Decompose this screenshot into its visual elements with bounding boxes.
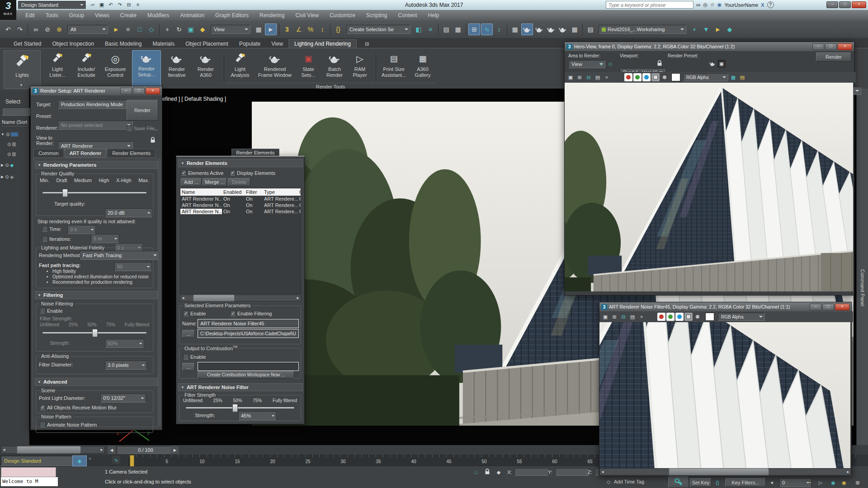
bind-to-space-warp-icon[interactable]: ⊕: [54, 24, 65, 35]
ribbon-button-state-sets[interactable]: ▣ StateSets...: [297, 51, 320, 78]
animate-noise-checkbox[interactable]: [40, 422, 46, 427]
tree-row[interactable]: ⊙: [1, 139, 28, 149]
named-selection-sets-dropdown[interactable]: Create Selection Se: [346, 25, 410, 34]
filter-diameter-spinner[interactable]: 3.0 pixels: [105, 361, 147, 370]
selection-lock-region-icon[interactable]: □: [472, 468, 480, 476]
material-editor-icon[interactable]: ▦: [509, 24, 520, 35]
close-icon[interactable]: ×: [838, 43, 852, 50]
viewport-layout-icon[interactable]: ⊞: [854, 479, 862, 487]
align-icon[interactable]: ≡: [425, 24, 436, 35]
hero-window-titlebar[interactable]: 3 Hero-View, frame 0, Display Gamma: 2.2…: [565, 42, 854, 51]
menu-scripting[interactable]: Scripting: [361, 11, 393, 19]
redo-icon[interactable]: ↷: [116, 0, 124, 9]
curve-editor-icon[interactable]: ∿: [481, 23, 493, 35]
add-time-tag[interactable]: Add Time Tag: [614, 479, 644, 484]
auto-region-icon[interactable]: □: [597, 60, 605, 68]
redo-icon[interactable]: ↷: [14, 24, 25, 35]
qat-menu-icon[interactable]: ≡: [134, 0, 142, 9]
hero-rendered-image[interactable]: [565, 83, 853, 291]
minimize-icon[interactable]: –: [120, 88, 132, 94]
print-image-icon[interactable]: ▤: [594, 73, 602, 81]
copy-image-icon[interactable]: ⊞: [576, 73, 584, 81]
lights-panel-expand-icon[interactable]: ▼: [19, 83, 23, 87]
create-combustion-workspace-button[interactable]: Create Combustion Workspace Now ...: [198, 371, 294, 379]
username-menu[interactable]: YourUserName: [724, 2, 758, 8]
document-pick-icon[interactable]: ►: [712, 24, 723, 35]
key-filters-button[interactable]: Key Filters...: [725, 478, 766, 487]
scene-explorer-search-input[interactable]: [2, 108, 32, 116]
ribbon-button-render-a360[interactable]: RenderA360: [192, 51, 220, 78]
select-object-icon[interactable]: ►: [111, 24, 122, 35]
preset-dropdown[interactable]: No preset selected: [58, 121, 133, 130]
save-file-browse-button[interactable]: ...: [154, 126, 158, 131]
clone-window-icon[interactable]: ⊟: [585, 73, 593, 81]
rectangular-selection-region-icon[interactable]: □: [134, 24, 145, 35]
cell-name[interactable]: ART Renderer N...: [180, 202, 222, 208]
blue-channel-icon[interactable]: [642, 73, 651, 81]
maxscript-mini-listener-pink[interactable]: [1, 467, 56, 477]
save-file-icon[interactable]: ▣: [98, 0, 106, 9]
save-image-icon[interactable]: ▣: [566, 73, 575, 81]
green-channel-icon[interactable]: [666, 313, 675, 321]
cell-output[interactable]: C:\: [298, 196, 301, 202]
ribbon-button-light-lister[interactable]: LightLister...: [43, 51, 71, 78]
menu-group[interactable]: Group: [64, 11, 90, 19]
time-configuration-clock-icon[interactable]: ◔: [806, 479, 814, 487]
help-icon[interactable]: ?: [767, 1, 774, 8]
region-edit-icon[interactable]: ◇: [606, 60, 614, 68]
next-frame-icon[interactable]: ►: [171, 446, 179, 454]
color-swatch[interactable]: [705, 313, 714, 321]
noise-filter-strength-slider[interactable]: [186, 407, 294, 408]
time-hours-spinner[interactable]: 0 h: [67, 225, 96, 234]
ribbon-button-render-iterative[interactable]: RenderIterative: [163, 51, 191, 78]
close-icon[interactable]: ×: [835, 304, 849, 310]
civil-view-material-dropdown[interactable]: Revit2016_...Worksharing: [599, 25, 686, 34]
import-civil-data-icon[interactable]: +: [689, 24, 700, 35]
coord-y-field[interactable]: [555, 468, 590, 476]
select-and-manipulate-icon[interactable]: ►: [265, 23, 277, 35]
mini-curve-editor-icon[interactable]: ∿: [112, 456, 120, 464]
scene-explorer-name-header[interactable]: Name (Sort: [2, 119, 28, 127]
mirror-icon[interactable]: ◧: [413, 24, 424, 35]
tab-render-elements[interactable]: Render Elements: [107, 149, 156, 158]
spinner-snap-icon[interactable]: ↕: [317, 24, 328, 35]
time-minutes-spinner[interactable]: 5 m: [91, 234, 119, 243]
cell-enabled[interactable]: On: [222, 209, 245, 214]
clone-window-icon[interactable]: ⊟: [619, 313, 627, 321]
menu-tools[interactable]: Tools: [40, 11, 64, 19]
clear-image-icon[interactable]: ×: [637, 313, 646, 321]
selection-key-icon[interactable]: {}: [713, 479, 722, 487]
hero-render-button[interactable]: Render: [816, 52, 851, 61]
monochrome-channel-icon[interactable]: [693, 313, 702, 321]
workspace-selector[interactable]: Design Standard: [1, 456, 80, 466]
render-button[interactable]: Render: [127, 100, 158, 121]
close-icon[interactable]: ×: [146, 88, 160, 94]
art-noise-filter-rollout[interactable]: ▼ART Renderer Noise Filter: [178, 383, 303, 391]
time-checkbox[interactable]: [42, 226, 48, 232]
render-setup-small-icon[interactable]: [708, 60, 717, 68]
scroll-thumb[interactable]: [669, 468, 769, 475]
previous-frame-icon[interactable]: ◄: [108, 446, 116, 454]
channel-display-dropdown[interactable]: RGB Alpha: [718, 313, 765, 321]
ribbon-button-light-analysis[interactable]: LightAnalysis: [226, 51, 254, 78]
render-elements-rollout[interactable]: ▼Render Elements: [178, 159, 303, 167]
slider-handle[interactable]: [62, 189, 68, 197]
cell-enabled[interactable]: On: [222, 202, 245, 208]
cell-type[interactable]: ART Rendere...: [263, 202, 298, 208]
project-folder-icon[interactable]: ⊟: [125, 0, 133, 9]
col-output[interactable]: Ou: [298, 189, 301, 195]
iterations-checkbox[interactable]: [42, 236, 48, 242]
element-name-input[interactable]: [198, 319, 299, 328]
render-setup-titlebar[interactable]: 3 Render Setup: ART Renderer – □ ×: [31, 86, 162, 95]
maximize-window-button[interactable]: □: [839, 1, 851, 8]
select-and-rotate-icon[interactable]: ↻: [174, 24, 184, 35]
visibility-eye-icon[interactable]: ⊙: [5, 163, 9, 168]
render-setup-toolbar-icon[interactable]: [521, 23, 533, 35]
table-row[interactable]: ART Renderer N... On On ART Rendere... C…: [180, 202, 301, 208]
cell-filter[interactable]: On: [245, 196, 263, 202]
add-element-button[interactable]: Add ...: [181, 178, 202, 186]
render-production-icon[interactable]: [546, 24, 557, 35]
expand-icon[interactable]: ▶: [1, 175, 4, 179]
layer-view-icon[interactable]: ▦: [729, 73, 737, 81]
ribbon-tab-lighting-and-rendering[interactable]: Lighting And Rendering: [288, 39, 357, 48]
